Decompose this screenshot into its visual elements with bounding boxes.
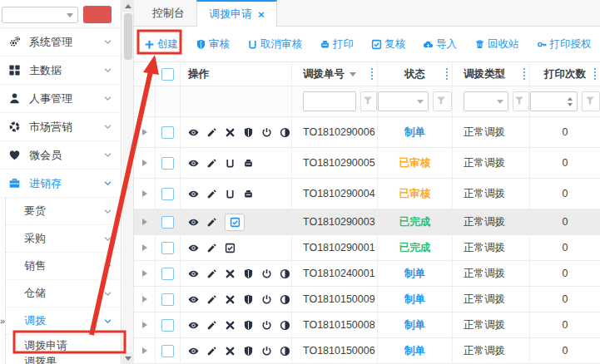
row-checkbox[interactable] xyxy=(161,319,174,332)
shield-icon[interactable] xyxy=(243,346,254,357)
eye-icon[interactable] xyxy=(188,320,199,331)
filter-funnel-button[interactable] xyxy=(582,91,600,111)
column-header-print[interactable]: 打印次数 xyxy=(530,62,600,86)
eye-icon[interactable] xyxy=(188,243,199,253)
column-header-type[interactable]: 调拨类型 xyxy=(453,62,530,86)
contrast-icon[interactable] xyxy=(280,268,290,279)
sidebar-subitem[interactable]: 调拨单 xyxy=(6,357,121,364)
sidebar-item[interactable]: 主数据 xyxy=(0,57,121,85)
row-checkbox[interactable] xyxy=(161,216,174,229)
row-expand-icon[interactable] xyxy=(142,296,147,303)
pencil-icon[interactable] xyxy=(206,268,217,279)
filter-funnel-button[interactable] xyxy=(360,91,377,111)
dashboard-button[interactable] xyxy=(83,6,112,23)
toolbar-button-cancel-audit[interactable]: 取消审核 xyxy=(247,37,302,52)
contrast-icon[interactable] xyxy=(280,294,290,305)
check-square-icon[interactable] xyxy=(225,243,236,253)
column-menu-icon[interactable] xyxy=(371,68,373,80)
printer-icon[interactable] xyxy=(243,189,254,199)
row-expand-icon[interactable] xyxy=(142,219,147,225)
row-expand-icon[interactable] xyxy=(142,322,147,328)
toolbar-button-shield[interactable]: 审核 xyxy=(196,37,230,52)
row-checkbox[interactable] xyxy=(161,293,174,306)
column-header-no[interactable]: 调拨单号 xyxy=(292,62,378,86)
row-expand-icon[interactable] xyxy=(142,190,147,197)
row-expand-icon[interactable] xyxy=(142,270,147,277)
shield-icon[interactable] xyxy=(243,320,254,331)
eye-icon[interactable] xyxy=(188,346,199,357)
power-icon[interactable] xyxy=(261,268,272,279)
toolbar-button-plus[interactable]: 创建 xyxy=(144,37,178,52)
eye-icon[interactable] xyxy=(188,127,199,138)
row-checkbox[interactable] xyxy=(161,268,174,280)
scroll-up-button[interactable] xyxy=(122,0,134,12)
pencil-icon[interactable] xyxy=(206,243,217,253)
sidebar-subitem[interactable]: 销售 xyxy=(6,253,121,280)
shield-icon[interactable] xyxy=(243,294,254,305)
select-all-checkbox[interactable] xyxy=(161,68,174,81)
sidebar-subitem[interactable]: 仓储 xyxy=(6,280,121,307)
eye-icon[interactable] xyxy=(188,268,199,279)
sidebar-subitem[interactable]: 采购 xyxy=(6,225,121,253)
sidebar-item[interactable]: 市场营销 xyxy=(0,113,121,141)
eye-icon[interactable] xyxy=(188,217,199,228)
pencil-icon[interactable] xyxy=(206,346,217,357)
column-menu-icon[interactable] xyxy=(523,68,525,80)
sidebar-item[interactable]: 进销存 xyxy=(0,170,121,198)
row-checkbox[interactable] xyxy=(161,345,174,357)
toolbar-button-printer[interactable]: 打印 xyxy=(320,37,354,52)
x-icon[interactable] xyxy=(225,268,236,279)
pencil-icon[interactable] xyxy=(206,217,217,228)
column-menu-icon[interactable] xyxy=(594,68,596,80)
x-icon[interactable] xyxy=(225,294,236,305)
filter-no-input[interactable] xyxy=(303,91,356,111)
power-icon[interactable] xyxy=(261,346,272,357)
sidebar-item[interactable]: 微会员 xyxy=(0,141,121,170)
printer-icon[interactable] xyxy=(243,158,254,169)
sidebar-subitem[interactable]: 要货 xyxy=(6,198,121,225)
tab-active[interactable]: 调拨申请× xyxy=(196,0,277,27)
scrollbar-thumb[interactable] xyxy=(124,13,132,60)
pencil-icon[interactable] xyxy=(206,189,217,199)
row-expand-icon[interactable] xyxy=(142,129,147,135)
row-expand-icon[interactable] xyxy=(142,160,147,166)
column-header-status[interactable]: 状态 xyxy=(378,62,453,86)
filter-status-select[interactable] xyxy=(378,91,429,111)
sidebar-combobox[interactable] xyxy=(2,7,78,23)
sidebar-item[interactable]: 系统管理 xyxy=(0,28,121,57)
row-checkbox[interactable] xyxy=(161,188,174,200)
x-icon[interactable] xyxy=(225,320,236,331)
x-icon[interactable] xyxy=(225,346,236,357)
toolbar-button-cloud-upload[interactable]: 导入 xyxy=(423,37,457,52)
x-icon[interactable] xyxy=(225,127,236,138)
toolbar-button-key[interactable]: 打印授权 xyxy=(537,37,592,52)
power-icon[interactable] xyxy=(261,320,272,331)
close-icon[interactable]: × xyxy=(258,8,265,21)
row-checkbox[interactable] xyxy=(161,126,174,139)
contrast-icon[interactable] xyxy=(280,127,290,138)
pencil-icon[interactable] xyxy=(206,127,217,138)
pencil-icon[interactable] xyxy=(206,158,217,169)
row-expand-icon[interactable] xyxy=(142,244,147,251)
filter-type-select[interactable] xyxy=(464,91,508,111)
toolbar-button-recycle-bin[interactable]: 回收站 xyxy=(474,37,519,52)
eye-icon[interactable] xyxy=(188,189,199,199)
row-expand-icon[interactable] xyxy=(142,347,147,354)
contrast-icon[interactable] xyxy=(280,346,290,357)
column-menu-icon[interactable] xyxy=(446,68,448,80)
sidebar-subitem[interactable]: 调拨申请 xyxy=(6,335,121,357)
filter-funnel-button[interactable] xyxy=(433,91,452,111)
toolbar-button-check-square[interactable]: 复核 xyxy=(371,37,405,52)
eye-icon[interactable] xyxy=(188,158,199,169)
sidebar-scrollbar[interactable] xyxy=(122,0,134,364)
shield-icon[interactable] xyxy=(243,127,254,138)
row-checkbox[interactable] xyxy=(161,157,174,170)
shield-icon[interactable] xyxy=(243,268,254,279)
pencil-icon[interactable] xyxy=(206,294,217,305)
number-spinner-icon[interactable] xyxy=(568,97,573,106)
column-header-ops[interactable]: 操作 xyxy=(181,62,292,86)
filter-funnel-button[interactable] xyxy=(513,91,529,111)
power-icon[interactable] xyxy=(261,294,272,305)
row-checkbox[interactable] xyxy=(161,242,174,254)
row-action-check-square-button[interactable] xyxy=(225,214,245,231)
